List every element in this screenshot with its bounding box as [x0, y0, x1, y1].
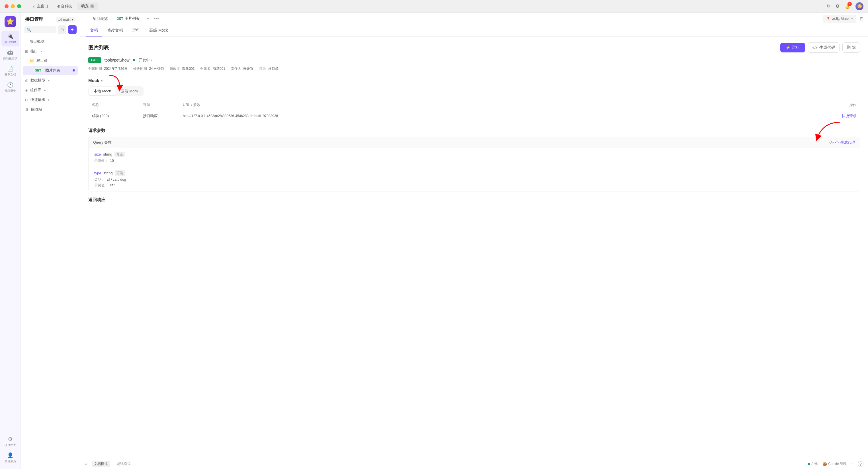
data-model-expand-icon: ▸	[48, 79, 50, 82]
share-btn[interactable]: ↑	[851, 462, 853, 466]
close-button[interactable]	[5, 4, 8, 8]
params-title: 请求参数	[88, 128, 860, 133]
share-doc-label: 分享文档	[5, 72, 16, 77]
meta-modified: 修改时间 24 分钟前	[133, 66, 164, 71]
meta-modifier-label: 修改者	[170, 67, 180, 71]
generate-code-label: 生成代码	[819, 45, 835, 50]
app-body: ⭐ 🔌 接口管理 🤖 自动化测试 📄 分享文档 🕐 请求历史 ⚙ 项目设置 👤 …	[0, 12, 868, 469]
gen-code-label: <> 生成代码	[835, 140, 855, 145]
param-type-type-row: 类型： all / cat / dog	[94, 177, 854, 182]
interface-label: 接口	[30, 49, 38, 54]
nav-item-root-dir[interactable]: 📁 根目录	[21, 56, 80, 65]
share-doc-icon: 📄	[7, 65, 13, 72]
sub-tab-run[interactable]: 运行	[128, 25, 144, 36]
tab-main-window[interactable]: ⌂ 主窗口	[29, 3, 52, 10]
minimize-button[interactable]	[11, 4, 15, 8]
sidebar-item-auto-test[interactable]: 🤖 自动化测试	[1, 47, 19, 63]
generate-code-button[interactable]: </> 生成代码	[808, 42, 839, 53]
tab-project-overview[interactable]: □ 项目概览	[85, 14, 112, 24]
mock-table-header: 名称 来源 URL / 参数 操作	[88, 100, 860, 110]
settings-icon[interactable]: ⚙	[836, 3, 839, 9]
page-title: 图片列表	[88, 44, 109, 51]
sidebar-item-invite-member[interactable]: 👤 邀请成员	[1, 450, 19, 466]
nav-item-component-lib[interactable]: ◈ 组件库 ▸	[21, 85, 80, 95]
auto-test-icon: 🤖	[7, 49, 13, 56]
meta-owner: 责任人 未设置	[231, 66, 253, 71]
tab-youta[interactable]: 有台科技	[53, 3, 76, 10]
local-mock-label: 本地 Mock	[832, 16, 849, 21]
sub-tab-doc[interactable]: 文档	[86, 25, 102, 36]
add-button[interactable]: +	[68, 25, 76, 34]
local-mock-selector[interactable]: 📍 本地 Mock ▾	[823, 15, 856, 23]
component-lib-icon: ◈	[25, 88, 28, 92]
nav-api-item-image-list[interactable]: GET 图片列表	[23, 66, 78, 75]
status-chevron-icon: ▾	[151, 58, 153, 62]
mock-tabs: 本地 Mock 云端 Mock	[88, 86, 144, 96]
meta-owner-value: 未设置	[243, 67, 253, 71]
param-item-size: size string 可选 示例值： 10	[89, 148, 860, 167]
delete-button[interactable]: 删 除	[842, 42, 860, 53]
code-icon: </>	[812, 46, 817, 50]
avatar[interactable]: 😊	[856, 2, 863, 10]
refresh-icon[interactable]: ↻	[827, 3, 830, 9]
meta-row: 创建时间 2024年7月26日 修改时间 24 分钟前 修改者 海马001 创建…	[88, 66, 860, 71]
notification-badge: 3	[847, 2, 852, 6]
search-input[interactable]	[33, 28, 53, 32]
run-button[interactable]: ⚡ 运行	[780, 43, 805, 52]
cookie-management-label: Cookie 管理	[828, 462, 847, 466]
sidebar-item-project-settings[interactable]: ⚙ 项目设置	[1, 434, 19, 449]
recycle-label: 回收站	[31, 107, 42, 112]
project-settings-label: 项目设置	[5, 443, 16, 447]
mock-tab-cloud[interactable]: 云端 Mock	[117, 87, 143, 95]
notification-icon[interactable]: 🔔 3	[845, 3, 850, 9]
sub-tab-advanced-mock[interactable]: 高级 Mock	[145, 25, 172, 36]
new-tab-button[interactable]: +	[145, 16, 151, 22]
tab-bar: □ 项目概览 GET 图片列表 + ••• 📍 本地 Mock ▾ ⊡	[80, 12, 868, 25]
sub-tab-edit-doc[interactable]: 修改文档	[103, 25, 127, 36]
content-body: 图片列表 ⚡ 运行 </> 生成代码 删 除 GET	[80, 37, 868, 459]
tab-mengchong-close[interactable]: ✕	[90, 4, 94, 8]
more-tabs-button[interactable]: •••	[152, 16, 161, 21]
sidebar-item-interface-management[interactable]: 🔌 接口管理	[1, 31, 19, 47]
param-size-example: 示例值： 10	[94, 158, 854, 163]
sub-tab-run-label: 运行	[132, 28, 140, 32]
row-source: 接口响应	[143, 113, 183, 119]
row-action[interactable]: 快捷请求	[828, 113, 857, 119]
help-btn[interactable]: ?	[858, 461, 863, 467]
online-status: 在线	[808, 462, 818, 466]
layout-toggle-button[interactable]: ⊡	[860, 16, 863, 21]
nav-item-interface[interactable]: ⊞ 接口 ▸	[21, 47, 80, 56]
meta-modified-value: 24 分钟前	[149, 67, 164, 71]
icon-sidebar: ⭐ 🔌 接口管理 🤖 自动化测试 📄 分享文档 🕐 请求历史 ⚙ 项目设置 👤 …	[0, 12, 21, 469]
sidebar-item-share-doc[interactable]: 📄 分享文档	[1, 63, 19, 79]
param-item-type: type string 可选 类型： all / cat / dog 示例值： …	[89, 167, 860, 191]
nav-sidebar-title: 接口管理	[25, 17, 43, 23]
param-type-example-label: 示例值：	[94, 183, 108, 187]
nav-item-project-overview[interactable]: □ 项目概览	[21, 37, 80, 47]
param-size-type: string	[103, 152, 112, 156]
query-params-box: Query 参数 </> <> 生成代码 size string 可选	[88, 137, 860, 192]
cookie-management-btn[interactable]: 🍪 Cookie 管理	[823, 462, 847, 466]
maximize-button[interactable]	[17, 4, 21, 8]
sidebar-item-request-history[interactable]: 🕐 请求历史	[1, 80, 19, 95]
nav-item-recycle[interactable]: 🗑 回收站	[21, 105, 80, 114]
meta-creator-value: 海马001	[213, 67, 225, 71]
mock-tab-local[interactable]: 本地 Mock	[89, 87, 116, 95]
nav-item-quick-request[interactable]: ⊡ 快捷请求 ▸	[21, 95, 80, 105]
collapse-btn[interactable]: «	[85, 462, 87, 466]
mock-section-title[interactable]: Mock ▾	[88, 78, 860, 83]
tab-mengchong[interactable]: 萌宠 ✕	[77, 3, 98, 10]
doc-mode-tab[interactable]: 文档模式	[92, 461, 110, 467]
branch-icon: ⎇	[58, 18, 62, 22]
mock-tab-cloud-label: 云端 Mock	[121, 89, 138, 93]
tab-image-list-label: 图片列表	[125, 16, 140, 21]
local-mock-chevron-icon: ▾	[851, 17, 853, 21]
filter-button[interactable]: ⊟	[58, 25, 66, 34]
meta-modifier-value: 海马001	[182, 67, 194, 71]
status-selector[interactable]: 开发中 ▾	[139, 58, 153, 63]
branch-selector[interactable]: ⎇ main ▾	[56, 17, 75, 23]
gen-code-btn[interactable]: </> <> 生成代码	[829, 140, 855, 145]
debug-mode-tab[interactable]: 调试模式	[115, 461, 133, 467]
nav-item-data-model[interactable]: ◎ 数据模型 ▸	[21, 76, 80, 85]
tab-image-list[interactable]: GET 图片列表	[113, 14, 144, 24]
